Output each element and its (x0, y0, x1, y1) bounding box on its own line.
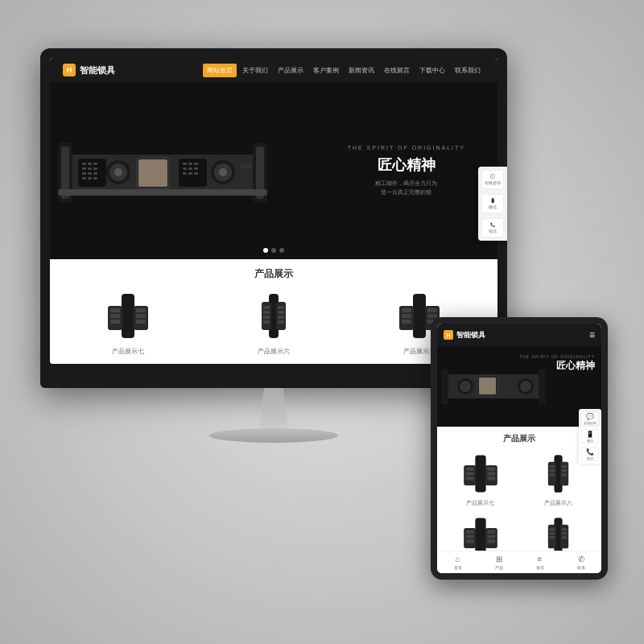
svg-rect-29 (194, 167, 198, 170)
nav-item-message[interactable]: 在线留言 (380, 64, 414, 77)
product-img-2 (246, 287, 302, 344)
monitor-stand-base (209, 428, 338, 443)
products-grid: 产品展示七 (58, 287, 489, 356)
mobile-bottom-home[interactable]: ⌂ 首页 (454, 555, 462, 570)
nav-item-news[interactable]: 新闻资讯 (345, 64, 378, 77)
mobile-bottom-news[interactable]: ≡ 资讯 (536, 555, 544, 570)
nav-item-products[interactable]: 产品展示 (274, 64, 308, 77)
svg-rect-70 (539, 369, 546, 404)
svg-rect-28 (188, 167, 192, 170)
svg-rect-94 (562, 473, 568, 476)
svg-rect-91 (550, 473, 555, 476)
product-item-2[interactable]: 产品展示六 (204, 287, 343, 356)
svg-rect-46 (136, 314, 146, 318)
wechat-icon: 📱 (490, 198, 495, 203)
mobile-product-item-1[interactable]: 产品展示七 (444, 449, 517, 507)
nav-item-home[interactable]: 网站首页 (203, 64, 237, 77)
svg-rect-11 (93, 167, 97, 170)
svg-rect-54 (263, 320, 270, 324)
mobile-hero: THE SPIRIT OF ORIGINALITY 匠心精神 (437, 346, 601, 427)
svg-rect-85 (487, 477, 495, 480)
svg-rect-102 (487, 535, 495, 538)
nav-item-contact[interactable]: 联系我们 (451, 64, 485, 77)
sidebar-btn-phone[interactable]: 📞 电话 (481, 218, 497, 237)
svg-rect-93 (562, 469, 568, 472)
nav-item-about[interactable]: 关于我们 (238, 64, 272, 77)
nav-item-download[interactable]: 下载中心 (415, 64, 449, 77)
tablet-sidebar-wechat[interactable]: 📱 微信 (581, 429, 599, 444)
svg-rect-14 (93, 172, 97, 175)
contact-icon: ✆ (578, 555, 584, 564)
nav-menu: 网站首页 关于我们 产品展示 客户案例 新闻资讯 在线留言 下载中心 联系我们 (203, 64, 485, 77)
dot-1[interactable] (263, 248, 268, 253)
svg-rect-95 (475, 518, 485, 551)
svg-rect-108 (550, 532, 555, 535)
products-nav-icon: ⊞ (496, 555, 502, 564)
svg-rect-58 (278, 320, 284, 324)
tablet-sidebar-chat[interactable]: 💬 在线咨询 (581, 411, 599, 426)
wechat-label: 微信 (489, 204, 497, 209)
desktop-hero: THE SPIRIT OF ORIGINALITY 匠心精神 精工细作，竭尽全力… (50, 82, 497, 259)
chat-label: 在线咨询 (485, 180, 497, 185)
product-name-1: 产品展示七 (112, 347, 144, 356)
mobile-bottom-products[interactable]: ⊞ 产品 (495, 555, 503, 570)
hero-title: 匠心精神 (348, 155, 465, 175)
mobile-menu-icon[interactable]: ≡ (589, 329, 595, 341)
svg-rect-110 (562, 527, 568, 530)
mobile-logo: H 智能锁具 (444, 330, 485, 341)
product-lock-1 (104, 290, 152, 342)
hero-subtitle: THE SPIRIT OF ORIGINALITY (348, 145, 465, 151)
svg-rect-107 (550, 527, 555, 530)
svg-rect-63 (402, 314, 411, 318)
tablet-chat-icon: 💬 (586, 413, 594, 420)
mobile-hero-text: THE SPIRIT OF ORIGINALITY 匠心精神 (519, 354, 595, 373)
mobile-website: H 智能锁具 ≡ (437, 324, 601, 573)
svg-rect-26 (194, 163, 198, 165)
product-img-1 (100, 287, 156, 344)
nav-item-cases[interactable]: 客户案例 (309, 64, 343, 77)
mobile-product-img-4 (535, 512, 583, 551)
hero-description: 精工细作，竭尽全力只为 造一台真正完整的锁 (348, 180, 465, 196)
desktop-nav-logo: H 智能锁具 (63, 64, 115, 76)
mobile-product-item-3[interactable]: 产品展示三 (444, 512, 517, 551)
dot-3[interactable] (279, 248, 284, 253)
svg-rect-9 (82, 167, 86, 170)
svg-rect-15 (82, 177, 86, 180)
svg-rect-39 (122, 294, 134, 338)
home-icon: ⌂ (455, 555, 460, 564)
svg-rect-111 (562, 532, 568, 535)
svg-point-72 (460, 381, 471, 392)
svg-rect-45 (136, 308, 146, 312)
contact-label: 联系 (577, 565, 585, 570)
svg-rect-42 (110, 308, 120, 312)
svg-point-76 (520, 381, 531, 392)
product-item-1[interactable]: 产品展示七 (58, 287, 197, 356)
hero-dots (263, 248, 284, 253)
mobile-bottom-contact[interactable]: ✆ 联系 (577, 555, 585, 570)
dot-2[interactable] (271, 248, 276, 253)
svg-rect-6 (82, 163, 86, 165)
svg-point-20 (114, 168, 122, 176)
svg-rect-100 (465, 539, 473, 543)
svg-rect-101 (487, 530, 495, 533)
mobile-product-item-4[interactable]: 产品展示二 (522, 512, 595, 551)
mobile-logo-text: 智能锁具 (456, 330, 485, 341)
chat-icon: 💬 (490, 174, 495, 179)
svg-rect-16 (88, 177, 92, 180)
mobile-product-name-1: 产品展示七 (466, 499, 494, 507)
phone-icon: 📞 (490, 222, 495, 227)
tablet-bezel: H 智能锁具 ≡ (431, 317, 608, 580)
svg-rect-84 (487, 472, 495, 475)
mobile-product-lock-4 (544, 514, 572, 551)
svg-rect-74 (479, 378, 496, 394)
mobile-logo-icon: H (444, 330, 453, 340)
svg-point-35 (219, 168, 227, 176)
tablet-sidebar-phone[interactable]: 📞 电话 (581, 447, 599, 461)
logo-text: 智能锁具 (80, 64, 115, 76)
svg-rect-10 (88, 167, 92, 170)
sidebar-btn-chat[interactable]: 💬 在线咨询 (481, 170, 497, 189)
svg-rect-59 (413, 294, 426, 338)
sidebar-btn-wechat[interactable]: 📱 微信 (481, 194, 497, 213)
mobile-product-lock-2 (544, 452, 572, 496)
news-icon: ≡ (538, 555, 543, 564)
